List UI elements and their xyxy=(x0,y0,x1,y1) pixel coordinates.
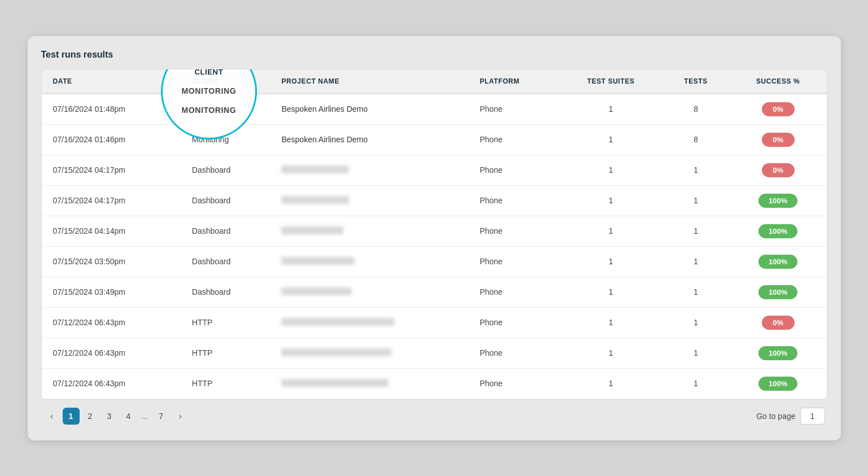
cell-tests: 1 xyxy=(662,185,729,216)
cell-platform: Phone xyxy=(468,307,560,338)
cell-project-name: Bespoken Airlines Demo xyxy=(270,94,468,125)
success-badge: 100% xyxy=(758,194,797,208)
success-badge: 0% xyxy=(762,133,795,147)
cell-client: Dashboard xyxy=(181,155,271,185)
success-badge: 0% xyxy=(762,102,795,116)
col-header-project-name: PROJECT NAME xyxy=(270,69,468,94)
col-header-client: CLIENT Monitoring Monitoring CLIENT xyxy=(181,69,271,94)
page-title: Test runs results xyxy=(41,50,827,60)
table-row[interactable]: 07/15/2024 04:14pmDashboardPhone11100% xyxy=(42,216,827,246)
cell-test-suites: 1 xyxy=(560,338,662,368)
cell-success: 100% xyxy=(730,246,827,277)
prev-page-button[interactable]: ‹ xyxy=(43,408,60,425)
cell-project-name xyxy=(270,338,468,368)
cell-test-suites: 1 xyxy=(560,216,662,246)
cell-test-suites: 1 xyxy=(560,307,662,338)
cell-date: 07/16/2024 01:48pm xyxy=(42,94,181,125)
cell-tests: 1 xyxy=(662,277,729,307)
cell-date: 07/15/2024 04:17pm xyxy=(42,155,181,185)
cell-tests: 1 xyxy=(662,307,729,338)
cell-tests: 8 xyxy=(662,94,729,125)
table-row[interactable]: 07/12/2024 06:43pmHTTPPhone110% xyxy=(42,307,827,338)
cell-project-name xyxy=(270,155,468,185)
cell-success: 0% xyxy=(730,307,827,338)
cell-success: 100% xyxy=(730,185,827,216)
col-header-tests: TESTS xyxy=(662,69,729,94)
cell-client: Dashboard xyxy=(181,216,271,246)
col-header-success: SUCCESS % xyxy=(730,69,827,94)
cell-tests: 8 xyxy=(662,124,729,155)
cell-client: Dashboard xyxy=(181,246,271,277)
cell-success: 100% xyxy=(730,277,827,307)
cell-date: 07/12/2024 06:43pm xyxy=(42,338,181,368)
cell-date: 07/12/2024 06:43pm xyxy=(42,307,181,338)
cell-project-name: Bespoken Airlines Demo xyxy=(270,124,468,155)
col-header-platform: PLATFORM xyxy=(468,69,560,94)
cell-success: 0% xyxy=(730,94,827,125)
cell-project-name xyxy=(270,185,468,216)
client-circle-wrapper: CLIENT Monitoring Monitoring CLIENT xyxy=(192,77,219,85)
cell-success: 100% xyxy=(730,368,827,399)
page-button-4[interactable]: 4 xyxy=(120,408,137,425)
cell-date: 07/15/2024 03:49pm xyxy=(42,277,181,307)
cell-test-suites: 1 xyxy=(560,94,662,125)
main-container: Test runs results DATE CLIENT Monitoring… xyxy=(28,36,841,440)
cell-date: 07/12/2024 06:43pm xyxy=(42,368,181,399)
cell-test-suites: 1 xyxy=(560,246,662,277)
table-row[interactable]: 07/12/2024 06:43pmHTTPPhone11100% xyxy=(42,368,827,399)
cell-platform: Phone xyxy=(468,368,560,399)
page-button-2[interactable]: 2 xyxy=(82,408,99,425)
cell-platform: Phone xyxy=(468,124,560,155)
cell-platform: Phone xyxy=(468,246,560,277)
cell-test-suites: 1 xyxy=(560,185,662,216)
success-badge: 100% xyxy=(758,224,797,238)
circle-col-label: CLIENT xyxy=(194,69,223,77)
cell-platform: Phone xyxy=(468,277,560,307)
goto-label: Go to page xyxy=(756,412,795,421)
page-button-7[interactable]: 7 xyxy=(152,408,169,425)
goto-input[interactable] xyxy=(800,408,825,425)
cell-platform: Phone xyxy=(468,216,560,246)
success-badge: 0% xyxy=(762,163,795,177)
page-ellipsis: ... xyxy=(139,412,151,421)
success-badge: 100% xyxy=(758,285,797,299)
table-header-row: DATE CLIENT Monitoring Monitoring CLIENT… xyxy=(42,69,827,94)
results-table: DATE CLIENT Monitoring Monitoring CLIENT… xyxy=(42,69,827,399)
table-row[interactable]: 07/15/2024 04:17pmDashboardPhone110% xyxy=(42,155,827,185)
table-row[interactable]: 07/15/2024 04:17pmDashboardPhone11100% xyxy=(42,185,827,216)
cell-client: Monitoring xyxy=(181,94,271,125)
cell-date: 07/15/2024 04:17pm xyxy=(42,185,181,216)
page-button-1[interactable]: 1 xyxy=(63,408,80,425)
page-button-3[interactable]: 3 xyxy=(101,408,118,425)
cell-date: 07/15/2024 04:14pm xyxy=(42,216,181,246)
cell-client: HTTP xyxy=(181,338,271,368)
pagination-left: ‹ 1 2 3 4 ... 7 › xyxy=(43,408,189,425)
table-row[interactable]: 07/15/2024 03:49pmDashboardPhone11100% xyxy=(42,277,827,307)
cell-tests: 1 xyxy=(662,155,729,185)
cell-test-suites: 1 xyxy=(560,155,662,185)
table-row[interactable]: 07/15/2024 03:50pmDashboardPhone11100% xyxy=(42,246,827,277)
col-header-date: DATE xyxy=(42,69,181,94)
table-row[interactable]: 07/16/2024 01:48pmMonitoringBespoken Air… xyxy=(42,94,827,125)
next-page-button[interactable]: › xyxy=(172,408,189,425)
table-body: 07/16/2024 01:48pmMonitoringBespoken Air… xyxy=(42,94,827,399)
table-row[interactable]: 07/16/2024 01:46pmMonitoringBespoken Air… xyxy=(42,124,827,155)
cell-test-suites: 1 xyxy=(560,124,662,155)
cell-platform: Phone xyxy=(468,185,560,216)
cell-project-name xyxy=(270,277,468,307)
cell-client: HTTP xyxy=(181,368,271,399)
cell-test-suites: 1 xyxy=(560,277,662,307)
results-table-wrapper: DATE CLIENT Monitoring Monitoring CLIENT… xyxy=(41,69,827,400)
cell-test-suites: 1 xyxy=(560,368,662,399)
cell-success: 0% xyxy=(730,124,827,155)
cell-date: 07/16/2024 01:46pm xyxy=(42,124,181,155)
success-badge: 100% xyxy=(758,377,797,391)
cell-tests: 1 xyxy=(662,338,729,368)
cell-tests: 1 xyxy=(662,246,729,277)
cell-project-name xyxy=(270,246,468,277)
col-header-test-suites: TEST SUITES xyxy=(560,69,662,94)
success-badge: 0% xyxy=(762,316,795,330)
cell-project-name xyxy=(270,216,468,246)
table-row[interactable]: 07/12/2024 06:43pmHTTPPhone11100% xyxy=(42,338,827,368)
cell-client: Monitoring xyxy=(181,124,271,155)
